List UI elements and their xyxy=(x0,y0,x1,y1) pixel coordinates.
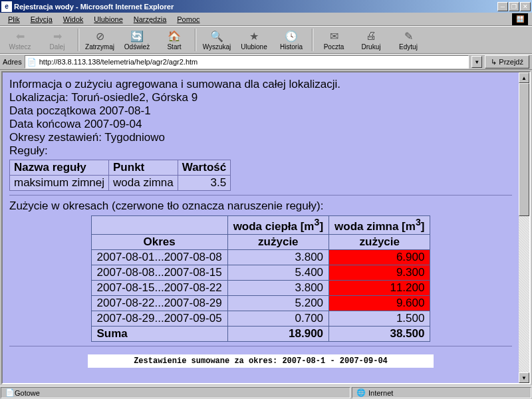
menu-help[interactable]: Pomoc xyxy=(173,14,203,25)
periods-line: Okresy zestawień: Tygodniowo xyxy=(9,131,512,144)
content-frame: Informacja o zużyciu agregowana i sumowa… xyxy=(1,71,531,384)
back-button[interactable]: ⬅Wstecz xyxy=(2,27,38,53)
rules-header-point: Punkt xyxy=(109,160,178,176)
scroll-thumb[interactable] xyxy=(519,83,529,216)
usage-hot: 5.400 xyxy=(227,265,329,280)
rules-row: maksimum zimnej woda zimna 3.5 xyxy=(10,176,231,191)
address-input[interactable]: 📄 http://83.8.113.138/telemetria/help/ag… xyxy=(25,55,469,68)
usage-row: 2007-08-29...2007-09-050.7001.500 xyxy=(91,311,430,326)
usage-row: 2007-08-01...2007-08-083.8006.900 xyxy=(91,249,430,265)
scroll-up-button[interactable]: ▲ xyxy=(519,72,529,83)
rules-label: Reguły: xyxy=(9,144,512,158)
minimize-button[interactable]: ─ xyxy=(497,2,508,11)
usage-col-cold: woda zimna [m3] xyxy=(329,216,430,235)
bottom-text: Zestawienie sumowane za okres: 2007-08-1… xyxy=(88,354,434,368)
scroll-down-button[interactable]: ▼ xyxy=(519,372,529,383)
usage-row: 2007-08-22...2007-08-295.2009.600 xyxy=(91,295,430,311)
usage-col-hot-sub: zużycie xyxy=(227,234,329,249)
edit-button[interactable]: ✎Edytuj xyxy=(390,27,426,53)
usage-col-hot: woda ciepła [m3] xyxy=(227,216,329,235)
usage-row: 2007-08-15...2007-08-223.80011.200 xyxy=(91,280,430,295)
usage-hot: 3.800 xyxy=(227,249,329,265)
usage-row: 2007-08-08...2007-08-155.4009.300 xyxy=(91,265,430,280)
menu-file[interactable]: Plik xyxy=(4,14,24,25)
menubar: Plik Edycja Widok Ulubione Narzędzia Pom… xyxy=(0,13,532,26)
usage-col-period: Okres xyxy=(91,234,227,249)
address-dropdown[interactable]: ▼ xyxy=(471,56,482,68)
date-end-line: Data końcowa 2007-09-04 xyxy=(9,118,512,131)
page-icon: 📄 xyxy=(27,57,37,67)
maximize-button[interactable]: ❐ xyxy=(509,2,519,11)
search-icon: 🔍 xyxy=(210,29,223,43)
page-content: Informacja o zużyciu agregowana i sumowa… xyxy=(3,72,519,383)
forward-button[interactable]: ➡Dalej xyxy=(39,27,75,53)
menu-favorites[interactable]: Ulubione xyxy=(90,14,126,25)
menu-edit[interactable]: Edycja xyxy=(27,14,57,25)
location-line: Lokalizacja: Toruń-osiedle2, Górska 9 xyxy=(9,91,512,104)
sum-label: Suma xyxy=(91,326,227,341)
usage-col-cold-sub: zużycie xyxy=(329,234,430,249)
address-label: Adres xyxy=(3,58,22,66)
rules-header-name: Nazwa reguły xyxy=(10,160,109,176)
usage-period: 2007-08-22...2007-08-29 xyxy=(91,295,227,311)
address-bar: Adres 📄 http://83.8.113.138/telemetria/h… xyxy=(0,54,532,70)
print-button[interactable]: 🖨Drukuj xyxy=(353,27,389,53)
menu-tools[interactable]: Narzędzia xyxy=(130,14,171,25)
usage-period: 2007-08-15...2007-08-22 xyxy=(91,280,227,295)
search-button[interactable]: 🔍Wyszukaj xyxy=(199,27,235,53)
status-ready: 📄 Gotowe xyxy=(1,387,350,398)
usage-period: 2007-08-08...2007-08-15 xyxy=(91,265,227,280)
globe-icon: 🌐 xyxy=(356,388,366,398)
sum-cold: 38.500 xyxy=(329,326,430,341)
status-zone: 🌐 Internet xyxy=(352,387,531,398)
menu-view[interactable]: Widok xyxy=(59,14,88,25)
history-button[interactable]: 🕓Historia xyxy=(273,27,309,53)
window-title: Rejestracja wody - Microsoft Internet Ex… xyxy=(14,3,497,11)
refresh-icon: 🔄 xyxy=(130,29,144,43)
usage-cold: 1.500 xyxy=(329,311,430,326)
usage-cold: 9.600 xyxy=(329,295,430,311)
back-icon: ⬅ xyxy=(13,29,27,43)
bottom-snippet: Zestawienie sumowane za okres: 2007-08-1… xyxy=(9,354,512,368)
toolbar: ⬅Wstecz ➡Dalej ⊘Zatrzymaj 🔄Odśwież 🏠Star… xyxy=(0,26,532,54)
rule-name: maksimum zimnej xyxy=(10,176,109,191)
star-icon: ★ xyxy=(247,29,261,43)
mail-button[interactable]: ✉Poczta xyxy=(316,27,352,53)
usage-cold: 6.900 xyxy=(329,249,430,265)
stop-button[interactable]: ⊘Zatrzymaj xyxy=(82,27,118,53)
rules-header-value: Wartość xyxy=(178,160,230,176)
home-button[interactable]: 🏠Start xyxy=(156,27,192,53)
usage-table: woda ciepła [m3] woda zimna [m3] Okres z… xyxy=(91,215,431,342)
info-line1: Informacja o zużyciu agregowana i sumowa… xyxy=(9,78,512,91)
date-start-line: Data początkowa 2007-08-1 xyxy=(9,104,512,118)
usage-cold: 11.200 xyxy=(329,280,430,295)
toolbar-separator xyxy=(195,29,196,51)
usage-hot: 3.800 xyxy=(227,280,329,295)
page-icon: 📄 xyxy=(5,388,15,398)
home-icon: 🏠 xyxy=(168,29,181,43)
usage-period: 2007-08-29...2007-09-05 xyxy=(91,311,227,326)
titlebar: e Rejestracja wody - Microsoft Internet … xyxy=(0,0,532,13)
refresh-button[interactable]: 🔄Odśwież xyxy=(119,27,155,53)
usage-period: 2007-08-01...2007-08-08 xyxy=(91,249,227,265)
usage-heading: Zużycie w okresach (czerwone tło oznacza… xyxy=(9,200,512,213)
close-button[interactable]: ✕ xyxy=(520,2,531,11)
go-button[interactable]: ↳Przejdź xyxy=(485,55,529,68)
address-url: http://83.8.113.138/telemetria/help/agr2… xyxy=(39,58,198,66)
usage-hot: 0.700 xyxy=(227,311,329,326)
edit-icon: ✎ xyxy=(402,29,415,43)
usage-sum-row: Suma 18.900 38.500 xyxy=(91,326,430,341)
vertical-scrollbar[interactable]: ▲ ▼ xyxy=(519,72,529,383)
go-icon: ↳ xyxy=(491,58,497,66)
statusbar: 📄 Gotowe 🌐 Internet xyxy=(0,386,532,399)
rule-point: woda zimna xyxy=(109,176,178,191)
rules-table: Nazwa reguły Punkt Wartość maksimum zimn… xyxy=(9,160,231,191)
favorites-button[interactable]: ★Ulubione xyxy=(236,27,272,53)
toolbar-separator xyxy=(78,29,79,51)
rule-value: 3.5 xyxy=(178,176,230,191)
usage-col-empty xyxy=(91,216,227,235)
app-icon: e xyxy=(1,1,12,12)
forward-icon: ➡ xyxy=(51,29,64,43)
stop-icon: ⊘ xyxy=(93,29,106,43)
sum-hot: 18.900 xyxy=(227,326,329,341)
